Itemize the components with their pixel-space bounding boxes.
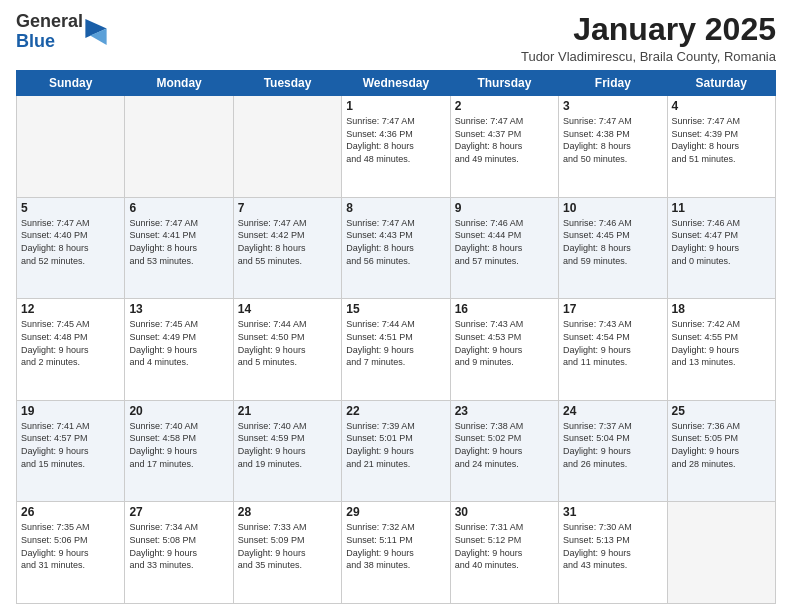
week-row-1: 1Sunrise: 7:47 AM Sunset: 4:36 PM Daylig… xyxy=(17,96,776,198)
logo-area: General Blue xyxy=(16,12,107,52)
day-cell-6: 6Sunrise: 7:47 AM Sunset: 4:41 PM Daylig… xyxy=(125,197,233,299)
weekday-thursday: Thursday xyxy=(450,71,558,96)
day-info: Sunrise: 7:46 AM Sunset: 4:47 PM Dayligh… xyxy=(672,217,771,267)
day-info: Sunrise: 7:41 AM Sunset: 4:57 PM Dayligh… xyxy=(21,420,120,470)
day-info: Sunrise: 7:31 AM Sunset: 5:12 PM Dayligh… xyxy=(455,521,554,571)
day-info: Sunrise: 7:38 AM Sunset: 5:02 PM Dayligh… xyxy=(455,420,554,470)
day-info: Sunrise: 7:30 AM Sunset: 5:13 PM Dayligh… xyxy=(563,521,662,571)
day-number: 31 xyxy=(563,505,662,519)
day-info: Sunrise: 7:32 AM Sunset: 5:11 PM Dayligh… xyxy=(346,521,445,571)
calendar-table: SundayMondayTuesdayWednesdayThursdayFrid… xyxy=(16,70,776,604)
logo-general: General xyxy=(16,12,83,32)
day-number: 30 xyxy=(455,505,554,519)
day-info: Sunrise: 7:47 AM Sunset: 4:37 PM Dayligh… xyxy=(455,115,554,165)
day-number: 27 xyxy=(129,505,228,519)
day-number: 20 xyxy=(129,404,228,418)
day-cell-29: 29Sunrise: 7:32 AM Sunset: 5:11 PM Dayli… xyxy=(342,502,450,604)
day-cell-28: 28Sunrise: 7:33 AM Sunset: 5:09 PM Dayli… xyxy=(233,502,341,604)
day-cell-5: 5Sunrise: 7:47 AM Sunset: 4:40 PM Daylig… xyxy=(17,197,125,299)
day-info: Sunrise: 7:42 AM Sunset: 4:55 PM Dayligh… xyxy=(672,318,771,368)
day-number: 22 xyxy=(346,404,445,418)
day-number: 9 xyxy=(455,201,554,215)
empty-cell xyxy=(667,502,775,604)
week-row-3: 12Sunrise: 7:45 AM Sunset: 4:48 PM Dayli… xyxy=(17,299,776,401)
day-number: 1 xyxy=(346,99,445,113)
day-info: Sunrise: 7:36 AM Sunset: 5:05 PM Dayligh… xyxy=(672,420,771,470)
day-info: Sunrise: 7:37 AM Sunset: 5:04 PM Dayligh… xyxy=(563,420,662,470)
day-cell-4: 4Sunrise: 7:47 AM Sunset: 4:39 PM Daylig… xyxy=(667,96,775,198)
day-number: 4 xyxy=(672,99,771,113)
weekday-saturday: Saturday xyxy=(667,71,775,96)
day-info: Sunrise: 7:33 AM Sunset: 5:09 PM Dayligh… xyxy=(238,521,337,571)
day-info: Sunrise: 7:40 AM Sunset: 4:58 PM Dayligh… xyxy=(129,420,228,470)
day-cell-30: 30Sunrise: 7:31 AM Sunset: 5:12 PM Dayli… xyxy=(450,502,558,604)
day-cell-17: 17Sunrise: 7:43 AM Sunset: 4:54 PM Dayli… xyxy=(559,299,667,401)
day-cell-7: 7Sunrise: 7:47 AM Sunset: 4:42 PM Daylig… xyxy=(233,197,341,299)
day-info: Sunrise: 7:40 AM Sunset: 4:59 PM Dayligh… xyxy=(238,420,337,470)
day-number: 3 xyxy=(563,99,662,113)
logo-blue: Blue xyxy=(16,32,83,52)
day-number: 16 xyxy=(455,302,554,316)
weekday-wednesday: Wednesday xyxy=(342,71,450,96)
day-cell-10: 10Sunrise: 7:46 AM Sunset: 4:45 PM Dayli… xyxy=(559,197,667,299)
day-number: 15 xyxy=(346,302,445,316)
day-info: Sunrise: 7:34 AM Sunset: 5:08 PM Dayligh… xyxy=(129,521,228,571)
day-cell-23: 23Sunrise: 7:38 AM Sunset: 5:02 PM Dayli… xyxy=(450,400,558,502)
weekday-header-row: SundayMondayTuesdayWednesdayThursdayFrid… xyxy=(17,71,776,96)
weekday-sunday: Sunday xyxy=(17,71,125,96)
page: General Blue January 2025 Tudor Vladimir… xyxy=(0,0,792,612)
day-number: 8 xyxy=(346,201,445,215)
logo-icon xyxy=(85,19,107,45)
day-info: Sunrise: 7:43 AM Sunset: 4:53 PM Dayligh… xyxy=(455,318,554,368)
day-cell-22: 22Sunrise: 7:39 AM Sunset: 5:01 PM Dayli… xyxy=(342,400,450,502)
day-info: Sunrise: 7:35 AM Sunset: 5:06 PM Dayligh… xyxy=(21,521,120,571)
week-row-4: 19Sunrise: 7:41 AM Sunset: 4:57 PM Dayli… xyxy=(17,400,776,502)
weekday-friday: Friday xyxy=(559,71,667,96)
day-number: 11 xyxy=(672,201,771,215)
day-number: 21 xyxy=(238,404,337,418)
day-info: Sunrise: 7:46 AM Sunset: 4:45 PM Dayligh… xyxy=(563,217,662,267)
day-info: Sunrise: 7:46 AM Sunset: 4:44 PM Dayligh… xyxy=(455,217,554,267)
day-number: 6 xyxy=(129,201,228,215)
day-number: 13 xyxy=(129,302,228,316)
day-number: 17 xyxy=(563,302,662,316)
month-title: January 2025 xyxy=(521,12,776,47)
day-cell-2: 2Sunrise: 7:47 AM Sunset: 4:37 PM Daylig… xyxy=(450,96,558,198)
empty-cell xyxy=(233,96,341,198)
day-cell-25: 25Sunrise: 7:36 AM Sunset: 5:05 PM Dayli… xyxy=(667,400,775,502)
day-cell-12: 12Sunrise: 7:45 AM Sunset: 4:48 PM Dayli… xyxy=(17,299,125,401)
day-cell-1: 1Sunrise: 7:47 AM Sunset: 4:36 PM Daylig… xyxy=(342,96,450,198)
day-number: 18 xyxy=(672,302,771,316)
day-number: 2 xyxy=(455,99,554,113)
day-info: Sunrise: 7:47 AM Sunset: 4:36 PM Dayligh… xyxy=(346,115,445,165)
empty-cell xyxy=(125,96,233,198)
day-cell-31: 31Sunrise: 7:30 AM Sunset: 5:13 PM Dayli… xyxy=(559,502,667,604)
day-cell-8: 8Sunrise: 7:47 AM Sunset: 4:43 PM Daylig… xyxy=(342,197,450,299)
day-info: Sunrise: 7:47 AM Sunset: 4:39 PM Dayligh… xyxy=(672,115,771,165)
day-number: 29 xyxy=(346,505,445,519)
day-number: 25 xyxy=(672,404,771,418)
weekday-tuesday: Tuesday xyxy=(233,71,341,96)
day-number: 23 xyxy=(455,404,554,418)
logo-text: General Blue xyxy=(16,12,83,52)
day-number: 12 xyxy=(21,302,120,316)
day-cell-13: 13Sunrise: 7:45 AM Sunset: 4:49 PM Dayli… xyxy=(125,299,233,401)
day-info: Sunrise: 7:43 AM Sunset: 4:54 PM Dayligh… xyxy=(563,318,662,368)
day-cell-27: 27Sunrise: 7:34 AM Sunset: 5:08 PM Dayli… xyxy=(125,502,233,604)
location: Tudor Vladimirescu, Braila County, Roman… xyxy=(521,49,776,64)
day-info: Sunrise: 7:47 AM Sunset: 4:42 PM Dayligh… xyxy=(238,217,337,267)
day-cell-20: 20Sunrise: 7:40 AM Sunset: 4:58 PM Dayli… xyxy=(125,400,233,502)
day-cell-3: 3Sunrise: 7:47 AM Sunset: 4:38 PM Daylig… xyxy=(559,96,667,198)
day-cell-15: 15Sunrise: 7:44 AM Sunset: 4:51 PM Dayli… xyxy=(342,299,450,401)
day-cell-24: 24Sunrise: 7:37 AM Sunset: 5:04 PM Dayli… xyxy=(559,400,667,502)
day-number: 26 xyxy=(21,505,120,519)
day-info: Sunrise: 7:45 AM Sunset: 4:48 PM Dayligh… xyxy=(21,318,120,368)
day-info: Sunrise: 7:44 AM Sunset: 4:50 PM Dayligh… xyxy=(238,318,337,368)
header: General Blue January 2025 Tudor Vladimir… xyxy=(16,12,776,64)
day-info: Sunrise: 7:39 AM Sunset: 5:01 PM Dayligh… xyxy=(346,420,445,470)
day-number: 5 xyxy=(21,201,120,215)
title-area: January 2025 Tudor Vladimirescu, Braila … xyxy=(521,12,776,64)
day-number: 28 xyxy=(238,505,337,519)
day-cell-26: 26Sunrise: 7:35 AM Sunset: 5:06 PM Dayli… xyxy=(17,502,125,604)
week-row-5: 26Sunrise: 7:35 AM Sunset: 5:06 PM Dayli… xyxy=(17,502,776,604)
